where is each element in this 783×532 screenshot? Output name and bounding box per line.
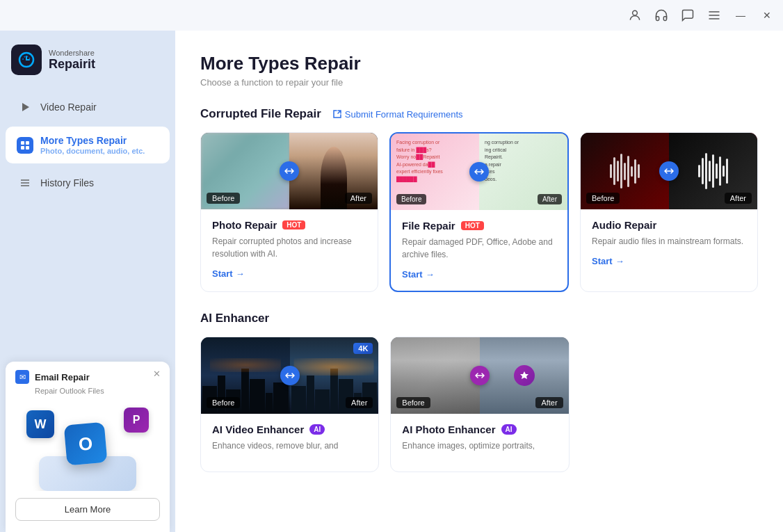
file-repair-title: File Repair bbox=[402, 220, 455, 232]
svg-marker-5 bbox=[22, 103, 29, 111]
audio-repair-thumb: Before bbox=[581, 133, 757, 209]
svg-rect-7 bbox=[26, 141, 29, 145]
file-after: ng corruption or ing critical Repairit. … bbox=[479, 134, 567, 210]
main-content: More Types Repair Choose a function to r… bbox=[175, 31, 783, 532]
chat-icon[interactable] bbox=[680, 8, 695, 23]
ai-photo-center-icon bbox=[514, 365, 535, 386]
audio-repair-desc: Repair audio files in mainstream formats… bbox=[592, 235, 746, 248]
powerpoint-icon: P bbox=[124, 408, 149, 433]
ai-photo-desc: Enhance images, optimize portraits, bbox=[402, 440, 557, 452]
ai-photo-body: AI Photo Enhancer AI Enhance images, opt… bbox=[391, 414, 568, 471]
email-repair-icon: ✉ bbox=[15, 370, 29, 384]
file-before: Facing corruption or failure in ███s? Wo… bbox=[391, 134, 479, 210]
file-repair-start-link[interactable]: Start → bbox=[402, 269, 556, 280]
sidebar: Wondershare Repairit Video Repair bbox=[0, 31, 175, 532]
empty-col bbox=[581, 337, 758, 472]
outlook-icon: O bbox=[64, 422, 108, 466]
sidebar-item-label: More Types Repair bbox=[40, 135, 145, 146]
promo-close-button[interactable]: ✕ bbox=[150, 367, 163, 380]
ai-video-title: AI Video Enhancer bbox=[212, 424, 304, 435]
promo-sub: Repair Outlook Files bbox=[15, 387, 160, 395]
photo-repair-title: Photo Repair bbox=[212, 219, 277, 231]
logo-brand: Wondershare bbox=[49, 49, 95, 57]
minimize-button[interactable]: — bbox=[733, 8, 748, 23]
photo-repair-divider-icon bbox=[280, 161, 299, 181]
account-icon[interactable] bbox=[627, 8, 643, 23]
titlebar: — ✕ bbox=[0, 0, 783, 31]
file-repair-card[interactable]: Facing corruption or failure in ███s? Wo… bbox=[389, 132, 569, 292]
photo-repair-card[interactable]: Before After bbox=[200, 132, 378, 292]
logo-name: Repairit bbox=[49, 57, 95, 72]
logo-area: Wondershare Repairit bbox=[0, 39, 175, 89]
logo-text: Wondershare Repairit bbox=[49, 49, 95, 72]
file-repair-desc: Repair damaged PDF, Office, Adobe and ar… bbox=[402, 236, 556, 261]
audio-repair-divider-icon bbox=[659, 161, 679, 181]
sidebar-item-label: History Files bbox=[40, 177, 94, 188]
svg-rect-8 bbox=[21, 146, 24, 150]
audio-repair-body: Audio Repair Repair audio files in mains… bbox=[581, 209, 757, 277]
audio-repair-title: Audio Repair bbox=[592, 219, 656, 231]
photo-repair-start-link[interactable]: Start → bbox=[212, 268, 366, 279]
sidebar-item-video-repair[interactable]: Video Repair bbox=[6, 90, 170, 124]
page-title: More Types Repair bbox=[200, 53, 758, 74]
4k-badge: 4K bbox=[353, 343, 373, 354]
ai-photo-badge: AI bbox=[501, 424, 517, 435]
audio-before: Before bbox=[581, 133, 669, 209]
photo-repair-desc: Repair corrupted photos and increase res… bbox=[212, 235, 366, 260]
svg-point-0 bbox=[633, 10, 638, 15]
photo-before: Before bbox=[201, 133, 289, 209]
ai-photo-thumb: Before After bbox=[391, 337, 568, 414]
more-types-icon bbox=[17, 137, 33, 154]
photo-repair-badge: HOT bbox=[282, 220, 305, 229]
promo-card: ✕ ✉ Email Repair Repair Outlook Files O … bbox=[6, 362, 170, 532]
audio-after: After bbox=[669, 133, 757, 209]
promo-title: Email Repair bbox=[35, 372, 90, 382]
ai-video-enhancer-card[interactable]: Before bbox=[200, 337, 379, 472]
file-repair-thumb: Facing corruption or failure in ███s? Wo… bbox=[391, 134, 567, 210]
submit-format-label: Submit Format Requirements bbox=[345, 109, 463, 120]
page-subtitle: Choose a function to repair your file bbox=[200, 77, 758, 88]
audio-repair-start-link[interactable]: Start → bbox=[592, 256, 746, 266]
sidebar-item-more-types-repair[interactable]: More Types Repair Photo, document, audio… bbox=[6, 127, 170, 163]
external-link-icon bbox=[332, 109, 342, 119]
sidebar-item-sub: Photo, document, audio, etc. bbox=[40, 147, 145, 155]
video-before: Before bbox=[201, 337, 290, 414]
photo-repair-start-label: Start bbox=[212, 268, 233, 279]
submit-format-link[interactable]: Submit Format Requirements bbox=[332, 109, 463, 120]
repair-cards-row: Before After bbox=[200, 132, 758, 292]
photo-repair-arrow-icon: → bbox=[236, 268, 245, 279]
ai-video-thumb: Before bbox=[201, 337, 378, 414]
ai-video-desc: Enhance videos, remove blur, and bbox=[212, 440, 367, 452]
section-title-corrupted: Corrupted File Repair bbox=[200, 107, 321, 121]
ai-photo-enhancer-card[interactable]: Before After bbox=[390, 337, 569, 472]
audio-repair-card[interactable]: Before bbox=[580, 132, 758, 292]
ai-photo-divider-icon bbox=[470, 366, 490, 385]
photo-after: After bbox=[289, 133, 378, 209]
photo-enhancer-after: After bbox=[480, 337, 569, 414]
word-icon: W bbox=[26, 410, 54, 438]
audio-before-label: Before bbox=[586, 193, 620, 204]
ai-video-divider-icon bbox=[280, 366, 300, 385]
audio-repair-arrow-icon: → bbox=[615, 256, 624, 266]
menu-icon[interactable] bbox=[707, 8, 722, 23]
close-button[interactable]: ✕ bbox=[759, 8, 775, 23]
promo-image: O W P bbox=[15, 401, 160, 491]
file-repair-arrow-icon: → bbox=[426, 269, 435, 280]
app-body: Wondershare Repairit Video Repair bbox=[0, 31, 783, 532]
photo-enhancer-before: Before bbox=[391, 337, 480, 414]
sidebar-item-history-files[interactable]: History Files bbox=[6, 166, 170, 200]
ai-video-badge: AI bbox=[309, 424, 325, 435]
svg-rect-6 bbox=[21, 141, 24, 145]
section-header-corrupted: Corrupted File Repair Submit Format Requ… bbox=[200, 107, 758, 121]
file-repair-start-label: Start bbox=[402, 269, 423, 280]
file-repair-divider-icon bbox=[469, 162, 489, 182]
learn-more-button[interactable]: Learn More bbox=[15, 498, 160, 521]
sidebar-item-label: Video Repair bbox=[40, 102, 97, 113]
app-logo-icon bbox=[11, 45, 42, 75]
file-repair-badge: HOT bbox=[461, 221, 484, 230]
section-title-ai: AI Enhancer bbox=[200, 312, 269, 325]
svg-rect-9 bbox=[26, 146, 29, 150]
before-label: Before bbox=[207, 193, 240, 204]
headset-icon[interactable] bbox=[654, 8, 669, 23]
audio-repair-start-label: Start bbox=[592, 256, 613, 266]
